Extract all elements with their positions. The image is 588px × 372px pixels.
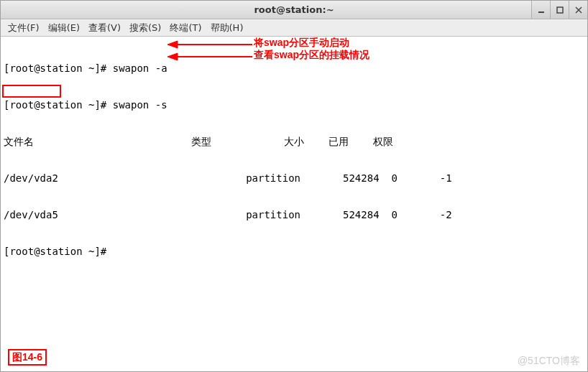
arrow-icon — [167, 39, 254, 50]
svg-rect-1 — [557, 7, 563, 13]
menu-help[interactable]: 帮助(H) — [206, 22, 248, 34]
highlight-box — [2, 85, 61, 98]
menu-file[interactable]: 文件(F) — [4, 22, 44, 34]
maximize-icon — [556, 6, 564, 14]
svg-marker-5 — [167, 41, 178, 48]
annotation-text: 将swap分区手动启动 — [254, 37, 349, 49]
minimize-icon — [538, 6, 545, 14]
terminal-line: /dev/vda5 partition 524284 0 -2 — [4, 209, 584, 221]
maximize-button[interactable] — [550, 1, 569, 19]
window-title: root@station:~ — [1, 4, 587, 15]
menu-edit[interactable]: 编辑(E) — [44, 22, 84, 34]
menu-view[interactable]: 查看(V) — [84, 22, 125, 34]
close-icon — [575, 6, 582, 14]
figure-label: 图14-6 — [8, 349, 47, 366]
terminal-line: [root@station ~]# swapon -s — [4, 99, 584, 111]
terminal-line: [root@station ~]# swapon -a — [4, 62, 584, 75]
menu-terminal[interactable]: 终端(T) — [165, 22, 206, 34]
terminal-line: /dev/vda2 partition 524284 0 -1 — [4, 172, 584, 185]
terminal-window: root@station:~ 文件(F) 编辑(E) 查看(V) 搜索(S) 终… — [0, 0, 588, 372]
menubar: 文件(F) 编辑(E) 查看(V) 搜索(S) 终端(T) 帮助(H) — [1, 19, 587, 37]
close-button[interactable] — [569, 1, 587, 19]
terminal-line: 文件名 类型 大小 已用 权限 — [4, 136, 584, 148]
svg-marker-7 — [167, 53, 178, 60]
arrow-icon — [167, 52, 254, 62]
annotation-text: 查看swap分区的挂载情况 — [254, 49, 369, 61]
minimize-button[interactable] — [531, 1, 550, 19]
terminal-line: [root@station ~]# — [4, 246, 584, 258]
titlebar: root@station:~ — [1, 1, 587, 19]
svg-rect-0 — [538, 11, 544, 13]
watermark: @51CTO博客 — [518, 355, 580, 367]
window-controls — [531, 1, 587, 19]
terminal-area[interactable]: [root@station ~]# swapon -a [root@statio… — [1, 37, 587, 371]
menu-search[interactable]: 搜索(S) — [125, 22, 165, 34]
